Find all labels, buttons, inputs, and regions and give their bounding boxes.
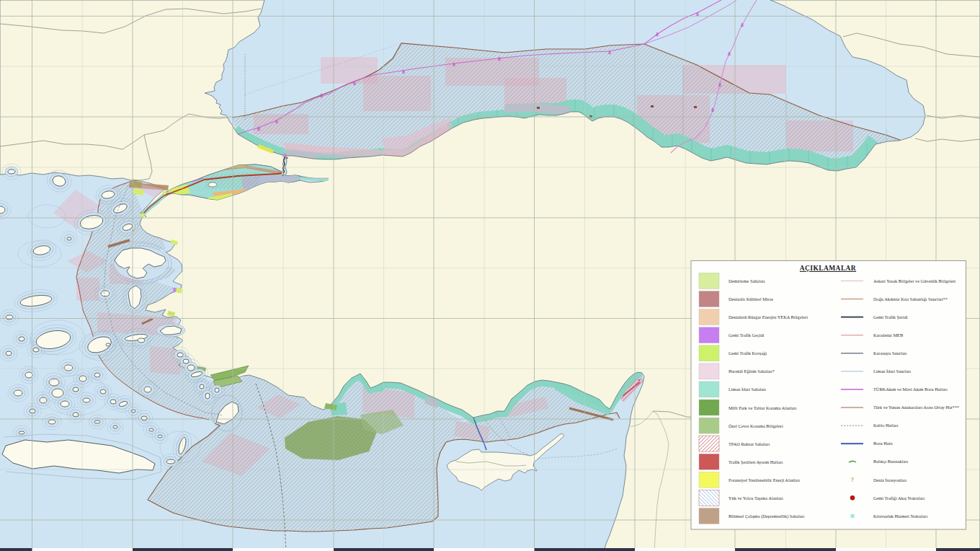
svg-text:Yük ve Yolcu Taşıma Alanları: Yük ve Yolcu Taşıma Alanları — [729, 495, 783, 501]
svg-text:Deniz İstasyonları: Deniz İstasyonları — [873, 477, 906, 482]
svg-text:Doğu Akdeniz Kıta Sahanlığı Sı: Doğu Akdeniz Kıta Sahanlığı Sınırları** — [873, 296, 948, 301]
svg-text:TÜRKAkım ve Mavi Akım Boru Hat: TÜRKAkım ve Mavi Akım Boru Hatları — [873, 387, 948, 392]
svg-text:Balıkçı Barınakları: Balıkçı Barınakları — [873, 459, 908, 464]
svg-text:Liman İdari Sınırları: Liman İdari Sınırları — [873, 369, 911, 374]
svg-text:AÇIKLAMALAR: AÇIKLAMALAR — [800, 265, 856, 272]
svg-text:Potansiyel Yenilenebilir Enerj: Potansiyel Yenilenebilir Enerji Alanları — [729, 477, 800, 482]
svg-text:Demirleme Sahaları: Demirleme Sahaları — [729, 278, 765, 283]
svg-text:Türk ve Yunan Anakaraları Aras: Türk ve Yunan Anakaraları Arası Ortay Ha… — [873, 405, 959, 410]
svg-text:Denizaltı Kültürel Miras: Denizaltı Kültürel Miras — [729, 296, 773, 301]
svg-text:?: ? — [851, 477, 854, 483]
svg-text:Trafik Şeritleri Ayırım Hatlar: Trafik Şeritleri Ayırım Hatları — [729, 459, 783, 464]
svg-text:Gemi Trafik Kavşağı: Gemi Trafik Kavşağı — [729, 351, 767, 356]
svg-text:Gemi Trafik Geçidi: Gemi Trafik Geçidi — [729, 332, 765, 338]
svg-text:Harekât Eğitim Sahaları*: Harekât Eğitim Sahaları* — [729, 369, 775, 374]
svg-text:Bilimsel Çalışma (Depremsellik: Bilimsel Çalışma (Depremsellik) Sahaları — [729, 513, 805, 519]
svg-text:Milli Park ve Tabiat Koruma Al: Milli Park ve Tabiat Koruma Alanları — [729, 405, 797, 410]
svg-text:Karadeniz MEB: Karadeniz MEB — [873, 332, 903, 338]
svg-text:Askeri Yasak Bölgeler ve Güven: Askeri Yasak Bölgeler ve Güvenlik Bölgel… — [873, 278, 956, 283]
svg-text:Özel Çevre Koruma Bölgeleri: Özel Çevre Koruma Bölgeleri — [729, 423, 783, 428]
svg-text:Denizüstü Rüzgar Enerjisi YEKA: Denizüstü Rüzgar Enerjisi YEKA Bölgeleri — [729, 314, 808, 319]
svg-text:Gemi Trafik Şeridi: Gemi Trafik Şeridi — [873, 314, 908, 319]
svg-text:Gemi Trafiği Akış Noktaları: Gemi Trafiği Akış Noktaları — [873, 495, 925, 501]
svg-text:Karasuyu Sınırları: Karasuyu Sınırları — [873, 351, 907, 356]
svg-text:Boru Hattı: Boru Hattı — [873, 441, 893, 446]
svg-text:Kılavuzluk Hizmeti Noktaları: Kılavuzluk Hizmeti Noktaları — [873, 513, 927, 519]
svg-text:Kablo Hatları: Kablo Hatları — [873, 423, 899, 428]
svg-text:TPAO Ruhsat Sahaları: TPAO Ruhsat Sahaları — [729, 441, 770, 446]
svg-text:Liman İdari Sahaları: Liman İdari Sahaları — [729, 387, 766, 392]
